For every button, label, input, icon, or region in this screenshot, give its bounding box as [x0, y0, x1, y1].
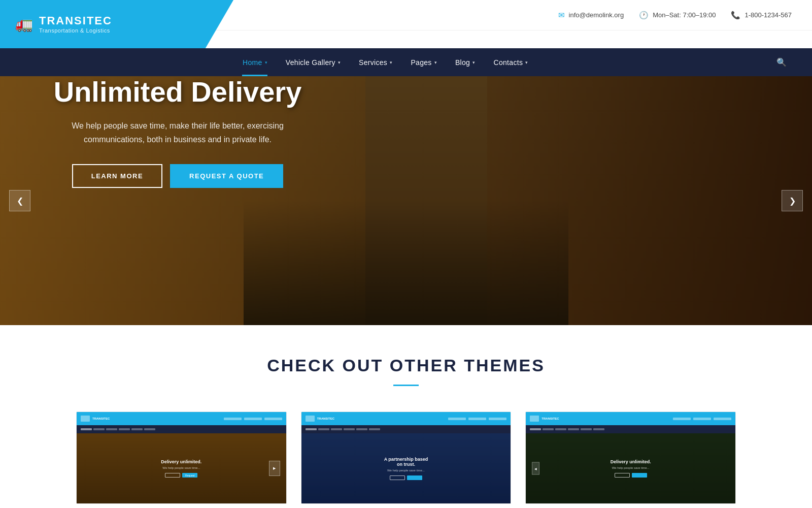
learn-more-button[interactable]: LEARN MORE [72, 164, 162, 188]
email-address: info@demolink.org [569, 11, 624, 19]
email-icon: ✉ [558, 11, 565, 20]
theme-card-3[interactable]: TRANSITEC Delivery unlimite [525, 411, 736, 504]
themes-grid: TRANSITEC Delivery unlimite [76, 411, 736, 504]
email-contact: ✉ info@demolink.org [558, 11, 624, 20]
nav-link-blog[interactable]: Blog ▾ [446, 48, 485, 76]
chevron-down-icon: ▾ [390, 60, 392, 65]
slider-prev-button[interactable]: ❮ [9, 190, 30, 211]
phone-icon: 📞 [731, 11, 740, 20]
nav-link-pages[interactable]: Pages ▾ [401, 48, 446, 76]
logo-tagline: Transportation & Logistics [39, 27, 112, 34]
hero-subtitle: We help people save time, make their lif… [10, 119, 345, 146]
nav-item-contacts[interactable]: Contacts ▾ [485, 48, 537, 76]
phone-contact: 📞 1-800-1234-567 [731, 11, 792, 20]
chevron-down-icon: ▾ [472, 60, 475, 65]
hero-section: ❮ Unlimited Delivery We help people save… [0, 76, 812, 325]
theme-card-2[interactable]: TRANSITEC A partnership bas [301, 411, 512, 504]
themes-divider [393, 385, 419, 386]
theme3-hero-text: Delivery unlimited. [611, 459, 651, 464]
slider-next-button[interactable]: ❯ [782, 190, 803, 211]
hours-text: Mon–Sat: 7:00–19:00 [653, 11, 716, 19]
theme-preview-1: TRANSITEC Delivery unlimite [77, 412, 286, 503]
nav-item-pages[interactable]: Pages ▾ [401, 48, 446, 76]
nav-item-vehicle-gallery[interactable]: Vehicle Gallery ▾ [277, 48, 350, 76]
nav-item-blog[interactable]: Blog ▾ [446, 48, 485, 76]
themes-section: CHECK OUT OTHER THEMES TRANSITEC [0, 325, 812, 508]
chevron-down-icon: ▾ [434, 60, 437, 65]
clock-icon: 🕐 [639, 11, 649, 20]
nav-link-contacts[interactable]: Contacts ▾ [485, 48, 537, 76]
theme-preview-3: TRANSITEC Delivery unlimite [526, 412, 735, 503]
search-button[interactable]: 🔍 [771, 57, 792, 67]
nav-item-home[interactable]: Home ▾ [233, 48, 277, 76]
nav-link-services[interactable]: Services ▾ [350, 48, 401, 76]
logo-area: 🚛 TRANSITEC Transportation & Logistics [0, 0, 233, 48]
theme2-hero-text: A partnership basedon trust. [384, 457, 428, 467]
chevron-down-icon: ▾ [525, 60, 528, 65]
nav-item-services[interactable]: Services ▾ [350, 48, 401, 76]
hero-title: Unlimited Delivery [10, 76, 345, 108]
logo-name: TRANSITEC [39, 15, 112, 27]
theme1-hero-text: Delivery unlimited. [161, 459, 201, 464]
theme-card-1[interactable]: TRANSITEC Delivery unlimite [76, 411, 287, 504]
truck-icon: 🚛 [15, 16, 33, 33]
request-quote-button[interactable]: REQUEST A QUOTE [170, 164, 283, 188]
nav-link-vehicle-gallery[interactable]: Vehicle Gallery ▾ [277, 48, 350, 76]
hours-contact: 🕐 Mon–Sat: 7:00–19:00 [639, 11, 716, 20]
phone-number: 1-800-1234-567 [745, 11, 792, 19]
chevron-right-icon: ❯ [789, 196, 796, 206]
chevron-left-icon: ❮ [17, 196, 23, 206]
chevron-down-icon: ▾ [265, 60, 267, 65]
nav-link-home[interactable]: Home ▾ [233, 48, 277, 76]
theme-preview-2: TRANSITEC A partnership bas [301, 412, 511, 503]
chevron-down-icon: ▾ [338, 60, 341, 65]
themes-section-title: CHECK OUT OTHER THEMES [20, 356, 792, 375]
main-nav: Home ▾ Vehicle Gallery ▾ Services ▾ Page… [0, 48, 812, 76]
